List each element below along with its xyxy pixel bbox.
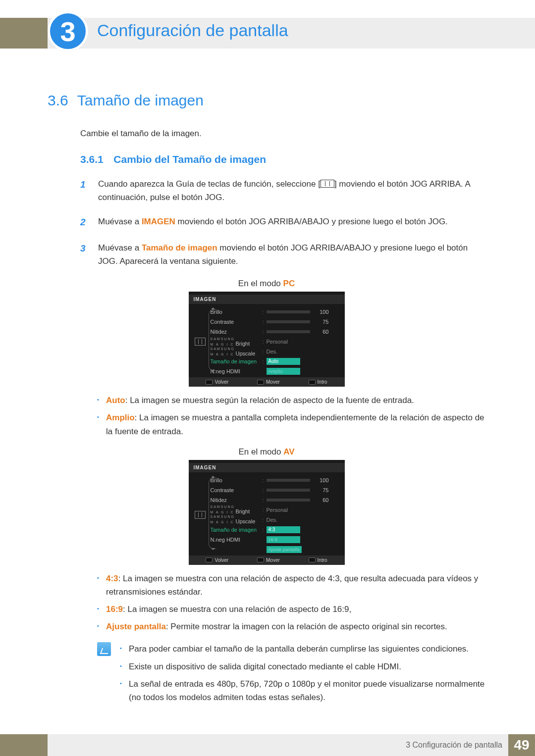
bullet-amplio: Amplio: La imagen se muestra a pantalla … xyxy=(97,411,485,438)
text: : La imagen se muestra con una relación … xyxy=(123,605,351,614)
value: 100 xyxy=(314,309,329,315)
step-number: 1 xyxy=(80,177,90,204)
osd-panel: IMAGEN Brillo:100 Contraste:75 Nitidez:6… xyxy=(189,292,345,387)
value: 75 xyxy=(314,319,329,325)
osd-row-option: N.neg HDMI16:9 xyxy=(211,535,341,545)
magic: M A G I C xyxy=(211,353,234,356)
chapter-number-badge: 3 xyxy=(48,11,88,51)
step-number: 3 xyxy=(80,241,90,268)
text: En el modo xyxy=(238,279,283,288)
value: Des. xyxy=(267,349,278,354)
value: 100 xyxy=(314,477,329,483)
step-3: 3 Muévase a Tamaño de imagen moviendo el… xyxy=(80,241,485,268)
value: Personal xyxy=(267,339,288,345)
step-text: Cuando aparezca la Guía de teclas de fun… xyxy=(98,177,485,204)
bullet-43: 4:3: La imagen se muestra con una relaci… xyxy=(97,572,485,599)
label: Brillo xyxy=(211,477,263,483)
label: Nitidez xyxy=(211,329,263,335)
note-item: La señal de entrada es 480p, 576p, 720p … xyxy=(120,677,485,704)
pc-options-list: Auto: La imagen se muestra según la rela… xyxy=(97,394,485,438)
osd-footer: Volver Mover Intro xyxy=(189,555,345,565)
osd-row-brillo: Brillo:100 xyxy=(211,307,341,317)
section-intro: Cambie el tamaño de la imagen. xyxy=(80,129,485,139)
highlight: Tamaño de imagen xyxy=(142,243,217,252)
osd-back: Volver xyxy=(206,557,228,563)
term: Ajuste pantalla xyxy=(106,622,166,631)
page-number: 49 xyxy=(508,734,535,756)
mode-caption-pc: En el modo PC xyxy=(48,279,485,289)
text: : Permite mostrar la imagen con la relac… xyxy=(166,622,447,631)
osd-enter: Intro xyxy=(309,557,327,563)
page-footer: 3 Configuración de pantalla 49 xyxy=(0,734,535,756)
term: Auto xyxy=(106,396,125,405)
av-options-list: 4:3: La imagen se muestra con una relaci… xyxy=(97,572,485,634)
section-heading: 3.6 Tamaño de imagen xyxy=(48,92,485,109)
label: Contraste xyxy=(211,487,263,493)
osd-screenshot-pc: IMAGEN Brillo:100 Contraste:75 Nitidez:6… xyxy=(48,292,485,387)
osd-screenshot-av: IMAGEN Brillo:100 Contraste:75 Nitidez:6… xyxy=(48,460,485,565)
osd-row-magic-bright: SAMSUNGM A G I C Bright:Personal xyxy=(211,337,341,347)
footer-label: 3 Configuración de pantalla xyxy=(406,741,502,750)
step-list: 1 Cuando aparezca la Guía de teclas de f… xyxy=(80,177,485,268)
label: Nitidez xyxy=(211,497,263,503)
bullet-ajuste: Ajuste pantalla: Permite mostrar la imag… xyxy=(97,620,485,633)
text: : La imagen se muestra según la relación… xyxy=(125,396,414,405)
brand: SAMSUNG xyxy=(211,515,263,518)
note-icon xyxy=(97,642,111,656)
suffix: Upscale xyxy=(236,518,256,524)
value: Des. xyxy=(267,517,278,523)
osd-row-nitidez: Nitidez:60 xyxy=(211,495,341,505)
section-title: Tamaño de imagen xyxy=(77,92,204,109)
osd-row-option: N.neg HDMIAmplio xyxy=(211,366,341,376)
highlight: PC xyxy=(283,279,295,288)
term: Amplio xyxy=(106,413,135,422)
menu-icon xyxy=(195,338,206,346)
label: Brillo xyxy=(211,309,263,315)
magic: M A G I C xyxy=(211,510,234,514)
option-selected: Auto xyxy=(267,358,300,365)
highlight: AV xyxy=(283,447,294,456)
osd-title: IMAGEN xyxy=(189,295,345,304)
osd-enter: Intro xyxy=(309,379,327,385)
header-accent xyxy=(0,18,48,49)
note-list: Para poder cambiar el tamaño de la panta… xyxy=(120,642,485,708)
note-item: Existe un dispositivo de salida digital … xyxy=(120,660,485,673)
bullet-auto: Auto: La imagen se muestra según la rela… xyxy=(97,394,485,407)
bullet-169: 16:9: La imagen se muestra con una relac… xyxy=(97,603,485,616)
text: : La imagen se muestra con una relación … xyxy=(106,574,478,597)
step-text: Muévase a IMAGEN moviendo el botón JOG A… xyxy=(98,215,485,230)
mode-caption-av: En el modo AV xyxy=(48,447,485,457)
option: Ajuste pantalla xyxy=(267,546,302,553)
subsection-title: Cambio del Tamaño de imagen xyxy=(113,153,266,165)
label: N.neg HDMI xyxy=(211,368,263,374)
page-content: 3.6 Tamaño de imagen Cambie el tamaño de… xyxy=(48,92,485,708)
text: Muévase a xyxy=(98,243,142,252)
magic: M A G I C xyxy=(211,343,234,346)
osd-row-option: Ajuste pantalla xyxy=(211,545,341,554)
osd-row-tamano: Tamaño de imagen:Auto xyxy=(211,356,341,366)
osd-row-magic-upscale: SAMSUNGM A G I C Upscale:Des. xyxy=(211,515,341,525)
step-2: 2 Muévase a IMAGEN moviendo el botón JOG… xyxy=(80,215,485,230)
highlight: IMAGEN xyxy=(142,217,175,226)
footer-accent xyxy=(0,734,48,756)
value: 60 xyxy=(314,329,329,335)
magic: M A G I C xyxy=(211,520,234,524)
brand: SAMSUNG xyxy=(211,337,263,341)
text: : La imagen se muestra a pantalla comple… xyxy=(106,413,484,436)
osd-panel: IMAGEN Brillo:100 Contraste:75 Nitidez:6… xyxy=(189,460,345,565)
label: Tamaño de imagen xyxy=(211,358,263,364)
osd-title: IMAGEN xyxy=(189,463,345,472)
step-number: 2 xyxy=(80,215,90,230)
osd-row-contraste: Contraste:75 xyxy=(211,317,341,327)
option-selected: 4:3 xyxy=(267,526,300,533)
osd-row-contraste: Contraste:75 xyxy=(211,485,341,495)
osd-row-brillo: Brillo:100 xyxy=(211,475,341,485)
brand: SAMSUNG xyxy=(211,347,263,351)
note-box: Para poder cambiar el tamaño de la panta… xyxy=(97,642,485,708)
step-text: Muévase a Tamaño de imagen moviendo el b… xyxy=(98,241,485,268)
osd-back: Volver xyxy=(206,379,228,385)
brand: SAMSUNG xyxy=(211,505,263,508)
osd-row-nitidez: Nitidez:60 xyxy=(211,327,341,337)
value: 75 xyxy=(314,487,329,493)
menu-icon xyxy=(321,180,334,188)
